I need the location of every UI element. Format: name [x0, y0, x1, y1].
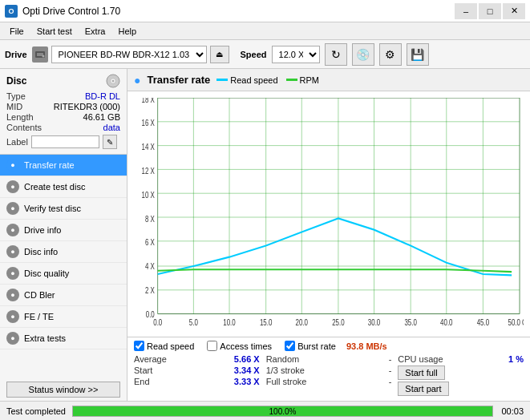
stat-end: End 3.33 X: [134, 377, 260, 386]
stat-start-full-row: Start full: [398, 365, 524, 380]
svg-text:4 X: 4 X: [145, 261, 155, 272]
transfer-rate-icon: ●: [6, 159, 19, 172]
stat-full-stroke: Full stroke -: [266, 377, 392, 386]
stat-1-3-stroke-val: -: [389, 365, 392, 375]
length-value: 46.61 GB: [83, 112, 120, 122]
titlebar: O Opti Drive Control 1.70 – □ ✕: [0, 0, 530, 22]
checkbox-burst-rate[interactable]: Burst rate 93.8 MB/s: [285, 341, 387, 351]
nav-drive-info[interactable]: ● Drive info: [0, 220, 127, 241]
speed-label: Speed: [241, 50, 267, 59]
right-panel: ● Transfer rate Read speed RPM: [127, 69, 530, 401]
legend-read-speed-color: [216, 79, 228, 81]
drive-dropdown[interactable]: PIONEER BD-RW BDR-X12 1.03: [51, 46, 207, 63]
refresh-button[interactable]: ↻: [325, 43, 347, 66]
legend-read-speed-label: Read speed: [230, 75, 277, 85]
checkbox-read-speed-input[interactable]: [134, 341, 144, 351]
verify-test-disc-icon: ●: [6, 202, 19, 215]
svg-text:45.0: 45.0: [477, 317, 490, 327]
nav-disc-quality-label: Disc quality: [24, 269, 69, 278]
svg-text:0.0: 0.0: [153, 317, 162, 327]
type-label: Type: [6, 91, 26, 101]
svg-text:12 X: 12 X: [141, 166, 155, 176]
nav-cd-bler[interactable]: ● CD Bler: [0, 285, 127, 306]
nav-disc-info[interactable]: ● Disc info: [0, 241, 127, 263]
status-window-button[interactable]: Status window >>: [6, 382, 120, 398]
close-button[interactable]: ✕: [503, 3, 525, 19]
stat-cpu-val: 1 %: [508, 354, 524, 364]
nav-verify-test-disc[interactable]: ● Verify test disc: [0, 198, 127, 220]
progress-bar-label: 100.0%: [73, 406, 492, 418]
stats-col-1: Average 5.66 X Start 3.34 X End 3.33 X: [134, 354, 260, 398]
stat-average-key: Average: [134, 354, 182, 364]
stat-start: Start 3.34 X: [134, 365, 260, 375]
drive-label: Drive: [5, 50, 27, 59]
checkbox-access-times[interactable]: Access times: [207, 341, 272, 351]
status-time: 00:03: [500, 406, 524, 416]
nav-disc-info-label: Disc info: [24, 247, 58, 256]
svg-text:6 X: 6 X: [145, 237, 155, 248]
save-button[interactable]: 💾: [407, 43, 429, 66]
progress-bar-container: 100.0%: [72, 406, 493, 417]
mid-label: MID: [6, 102, 22, 111]
menu-start-test[interactable]: Start test: [30, 25, 79, 38]
eject-button[interactable]: ⏏: [210, 46, 229, 63]
start-part-button[interactable]: Start part: [398, 382, 448, 396]
svg-point-2: [42, 55, 44, 57]
app-title: Opti Drive Control 1.70: [22, 6, 120, 17]
drive-selector: PIONEER BD-RW BDR-X12 1.03 ⏏: [32, 46, 229, 63]
menu-help[interactable]: Help: [111, 25, 143, 38]
toolbar: Drive PIONEER BD-RW BDR-X12 1.03 ⏏ Speed…: [0, 40, 530, 69]
label-edit-button[interactable]: ✎: [103, 135, 117, 149]
svg-text:16 X: 16 X: [141, 118, 155, 128]
fe-te-icon: ●: [6, 310, 19, 323]
svg-text:30.0: 30.0: [368, 317, 381, 327]
svg-rect-6: [158, 98, 520, 314]
svg-point-5: [112, 80, 115, 83]
config-button[interactable]: ⚙: [379, 43, 402, 66]
contents-label: Contents: [6, 123, 42, 132]
legend-read-speed: Read speed: [216, 75, 277, 85]
stat-random-key: Random: [266, 354, 314, 364]
svg-text:8 X: 8 X: [145, 213, 155, 224]
svg-text:15.0: 15.0: [260, 317, 273, 327]
checkboxes-row: Read speed Access times Burst rate 93.8 …: [134, 341, 524, 351]
stat-end-key: End: [134, 377, 182, 386]
label-input[interactable]: [31, 135, 99, 148]
stat-average: Average 5.66 X: [134, 354, 260, 364]
stat-random-val: -: [389, 354, 392, 364]
stat-full-stroke-val: -: [389, 377, 392, 386]
checkbox-access-times-label: Access times: [220, 341, 272, 351]
minimize-button[interactable]: –: [455, 3, 477, 19]
menubar: File Start test Extra Help: [0, 22, 530, 40]
legend-rpm-label: RPM: [300, 75, 319, 85]
nav-disc-quality[interactable]: ● Disc quality: [0, 263, 127, 285]
menu-extra[interactable]: Extra: [79, 25, 112, 38]
svg-text:5.0: 5.0: [189, 317, 198, 327]
checkbox-read-speed[interactable]: Read speed: [134, 341, 194, 351]
nav-transfer-rate[interactable]: ● Transfer rate: [0, 155, 127, 176]
svg-text:35.0: 35.0: [404, 317, 417, 327]
checkbox-burst-rate-input[interactable]: [285, 341, 295, 351]
nav-create-test-disc[interactable]: ● Create test disc: [0, 176, 127, 198]
chart-area: 18 X 16 X 14 X 12 X 10 X 8 X 6 X 4 X 2 X…: [127, 91, 530, 337]
nav-verify-test-disc-label: Verify test disc: [24, 204, 81, 213]
nav-cd-bler-label: CD Bler: [24, 290, 55, 300]
legend-rpm-color: [286, 79, 297, 81]
drive-icon: [32, 46, 48, 63]
maximize-button[interactable]: □: [479, 3, 501, 19]
speed-select[interactable]: 12.0 X 4.0 X 8.0 X: [272, 46, 320, 63]
stats-rows: Average 5.66 X Start 3.34 X End 3.33 X R…: [134, 354, 524, 398]
chart-legend: Read speed RPM: [216, 75, 319, 85]
status-text: Test completed: [6, 406, 66, 416]
checkbox-access-times-input[interactable]: [207, 341, 217, 351]
disc-button[interactable]: 💿: [352, 43, 374, 66]
start-full-button[interactable]: Start full: [398, 365, 444, 380]
nav-fe-te[interactable]: ● FE / TE: [0, 306, 127, 328]
menu-file[interactable]: File: [3, 25, 30, 38]
nav-extra-tests[interactable]: ● Extra tests: [0, 328, 127, 349]
svg-text:50.0 GB: 50.0 GB: [508, 317, 524, 327]
nav-create-test-disc-label: Create test disc: [24, 182, 85, 192]
svg-text:18 X: 18 X: [141, 98, 155, 104]
nav-fe-te-label: FE / TE: [24, 312, 54, 321]
mid-value: RITEKDR3 (000): [54, 102, 120, 111]
